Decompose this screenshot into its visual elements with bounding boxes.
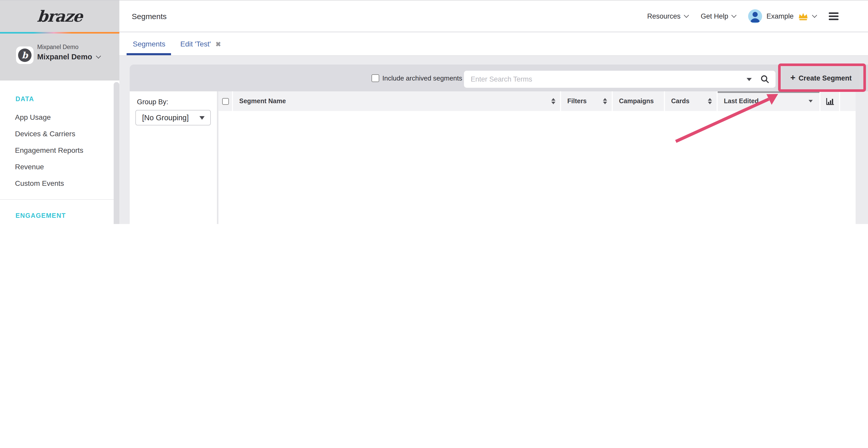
user-avatar-icon: [748, 9, 762, 23]
tab-edit-test[interactable]: Edit 'Test' ✖: [180, 40, 221, 48]
top-right-controls: Resources Get Help Example: [647, 9, 868, 23]
chevron-down-icon: [812, 12, 817, 18]
braze-dashboard: braze b Mixpanel Demo Mixpanel Demo DATA…: [0, 0, 868, 224]
workspace-labels: Mixpanel Demo Mixpanel Demo: [37, 44, 100, 61]
resources-label: Resources: [647, 12, 680, 20]
active-tab-indicator: [127, 53, 171, 55]
workspace-avatar: b: [16, 46, 34, 64]
column-dropdown-caret-icon[interactable]: [809, 100, 813, 102]
sort-icon[interactable]: [603, 98, 607, 104]
column-label: Last Edited: [724, 98, 759, 105]
workspace-app-name: Mixpanel Demo: [37, 53, 92, 61]
column-label: Segment Name: [239, 98, 286, 105]
segments-toolbar: Include archived segments + Create Segme…: [130, 65, 868, 91]
column-header-campaigns[interactable]: Campaigns: [613, 91, 664, 111]
mixpanel-logo-icon: b: [18, 48, 32, 62]
histogram-icon: [826, 97, 834, 105]
group-by-select[interactable]: [No Grouping]: [135, 110, 211, 126]
search-icon[interactable]: [761, 75, 769, 83]
column-label: Filters: [567, 98, 587, 105]
sidebar-item-app-usage[interactable]: App Usage: [0, 109, 119, 126]
hamburger-menu-icon[interactable]: [829, 11, 839, 21]
column-label: Cards: [671, 98, 689, 105]
get-help-label: Get Help: [701, 12, 728, 20]
table-body-empty: [219, 111, 856, 224]
column-header-analytics[interactable]: [820, 91, 839, 111]
table-header-row: Segment Name Filters Campaigns Cards Las…: [219, 91, 856, 111]
top-bar: Segments Resources Get Help Ex: [119, 0, 868, 32]
sidebar-scrollbar[interactable]: [114, 82, 119, 224]
sort-icon[interactable]: [551, 98, 555, 104]
user-profile-menu[interactable]: Example: [748, 9, 816, 23]
sidebar-item-devices-carriers[interactable]: Devices & Carriers: [0, 126, 119, 142]
column-header-last-edited[interactable]: Last Edited: [718, 91, 819, 111]
tab-label: Segments: [133, 40, 165, 48]
segments-table: Segment Name Filters Campaigns Cards Las…: [219, 91, 856, 224]
sidebar-section-engagement: ENGAGEMENT: [0, 207, 119, 224]
column-header-filters[interactable]: Filters: [561, 91, 612, 111]
include-archived-label[interactable]: Include archived segments: [382, 74, 462, 82]
sidebar-divider: [0, 199, 119, 200]
resources-menu[interactable]: Resources: [647, 12, 688, 20]
create-segment-button[interactable]: + Create Segment: [782, 67, 860, 89]
plus-icon: +: [790, 73, 796, 82]
column-label: Campaigns: [619, 98, 654, 105]
select-all-checkbox[interactable]: [222, 98, 228, 105]
chevron-down-icon: [684, 12, 689, 18]
close-icon[interactable]: ✖: [215, 40, 221, 48]
chevron-down-icon: [96, 53, 101, 58]
search-dropdown-caret-icon[interactable]: [747, 78, 752, 81]
tab-bar: Segments Edit 'Test' ✖: [119, 33, 868, 56]
get-help-menu[interactable]: Get Help: [701, 12, 736, 20]
search-input[interactable]: [464, 71, 743, 88]
user-name: Example: [767, 12, 794, 20]
sidebar-item-custom-events[interactable]: Custom Events: [0, 175, 119, 192]
include-archived-checkbox[interactable]: [371, 74, 379, 82]
tab-segments[interactable]: Segments: [133, 40, 165, 48]
content-area: Include archived segments + Create Segme…: [119, 56, 868, 224]
group-by-label: Group By:: [137, 98, 217, 106]
group-by-panel: Group By: [No Grouping]: [130, 91, 218, 224]
workspace-switcher[interactable]: b Mixpanel Demo Mixpanel Demo: [0, 34, 119, 80]
chevron-down-icon: [732, 12, 737, 18]
tab-label: Edit 'Test': [180, 40, 211, 48]
column-header-spacer: [840, 91, 856, 111]
sidebar-item-engagement-reports[interactable]: Engagement Reports: [0, 142, 119, 159]
sidebar: DATA App Usage Devices & Carriers Engage…: [0, 80, 119, 224]
create-segment-label: Create Segment: [799, 74, 852, 82]
column-header-cards[interactable]: Cards: [665, 91, 717, 111]
select-caret-icon: [199, 116, 205, 119]
braze-logo: braze: [36, 7, 83, 25]
group-by-value: [No Grouping]: [142, 113, 199, 122]
page-title: Segments: [132, 12, 167, 21]
segment-search: [464, 71, 776, 88]
select-all-cell: [219, 91, 232, 111]
sidebar-item-revenue[interactable]: Revenue: [0, 159, 119, 175]
brand-header: braze: [0, 0, 119, 32]
column-header-segment-name[interactable]: Segment Name: [233, 91, 560, 111]
workspace-org-name: Mixpanel Demo: [37, 44, 100, 50]
include-archived-control: Include archived segments: [371, 65, 462, 91]
sort-icon[interactable]: [708, 98, 712, 104]
crown-icon: [798, 12, 809, 21]
sidebar-section-data: DATA: [0, 91, 119, 107]
